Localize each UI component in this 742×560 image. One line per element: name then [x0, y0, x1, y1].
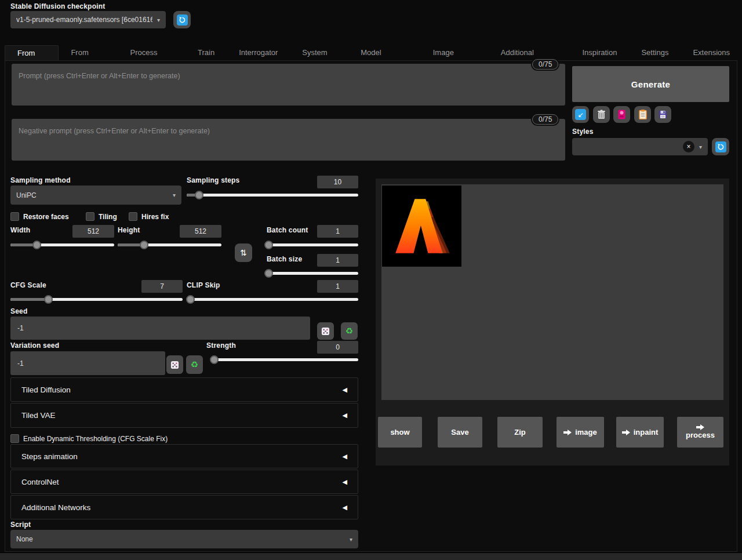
cfg-scale-slider[interactable]: [10, 295, 183, 303]
chevron-down-icon: ▾: [157, 17, 160, 23]
clip-skip-slider[interactable]: [187, 295, 358, 303]
sampling-steps-input[interactable]: [317, 176, 358, 188]
slider-track[interactable]: [211, 358, 358, 361]
tab-from-text[interactable]: From Text: [5, 45, 59, 61]
chevron-down-icon: ▾: [173, 192, 176, 198]
reuse-variation-seed-button[interactable]: ♻: [186, 355, 203, 374]
prompt-input[interactable]: [12, 64, 565, 106]
send-to-process-button[interactable]: process: [677, 417, 723, 448]
result-thumbnail[interactable]: [382, 186, 461, 267]
tiling-checkbox[interactable]: [86, 212, 94, 221]
slider-thumb[interactable]: [32, 241, 41, 249]
random-seed-button[interactable]: [317, 322, 334, 340]
button-label: Zip: [514, 428, 526, 437]
width-label: Width: [10, 226, 30, 234]
slider-thumb[interactable]: [210, 355, 219, 364]
arrow-right-icon: [696, 424, 704, 430]
tab-settings[interactable]: Settings: [629, 45, 681, 61]
tab-train[interactable]: Train: [186, 45, 227, 61]
accordion-steps-animation[interactable]: Steps animation ◀: [10, 444, 358, 468]
batch-size-slider[interactable]: [267, 269, 358, 277]
strength-slider[interactable]: [211, 355, 358, 363]
styles-clear-icon[interactable]: ×: [683, 141, 694, 152]
hires-fix-label: Hires fix: [141, 213, 169, 221]
dynamic-thresholding-checkbox[interactable]: [10, 434, 19, 443]
sampling-method-dropdown[interactable]: UniPC ▾: [10, 186, 181, 205]
send-to-image-button[interactable]: image: [556, 417, 604, 448]
clip-skip-label: CLIP Skip: [187, 281, 220, 289]
checkpoint-value: v1-5-pruned-emaonly.safetensors [6ce0161…: [16, 16, 152, 24]
tab-additional-networks[interactable]: Additional Networks: [489, 45, 570, 61]
accordion-additional-networks[interactable]: Additional Networks ◀: [10, 495, 358, 519]
slider-thumb[interactable]: [186, 295, 195, 304]
checkpoint-label: Stable Diffusion checkpoint: [10, 2, 105, 10]
slider-thumb[interactable]: [195, 191, 203, 199]
script-dropdown[interactable]: None ▾: [10, 530, 358, 548]
batch-count-input[interactable]: [317, 225, 358, 238]
slider-thumb[interactable]: [264, 269, 273, 278]
footer-strip: [0, 552, 742, 560]
tab-model-converter[interactable]: Model Converter: [348, 45, 421, 61]
generate-button[interactable]: Generate: [572, 66, 729, 102]
accordion-title: Tiled VAE: [21, 411, 56, 420]
variation-seed-input[interactable]: [10, 351, 165, 375]
batch-size-label: Batch size: [267, 255, 302, 263]
tab-interrogator[interactable]: Interrogator: [227, 45, 290, 61]
styles-dropdown[interactable]: × ▾: [572, 138, 708, 155]
swap-dimensions-button[interactable]: ⇅: [235, 243, 252, 262]
sampling-method-label: Sampling method: [10, 176, 71, 184]
tab-extensions[interactable]: Extensions: [681, 45, 742, 61]
tab-inspiration[interactable]: Inspiration: [570, 45, 629, 61]
slider-thumb[interactable]: [140, 241, 148, 249]
checkpoint-dropdown[interactable]: v1-5-pruned-emaonly.safetensors [6ce0161…: [10, 11, 166, 28]
tab-process-image[interactable]: Process Image: [118, 45, 186, 61]
random-variation-seed-button[interactable]: [166, 355, 183, 374]
strength-input[interactable]: [317, 341, 358, 354]
show-button[interactable]: show: [378, 417, 422, 448]
slider-track[interactable]: [187, 298, 358, 301]
width-slider[interactable]: [10, 241, 114, 249]
prompt-box: [12, 64, 565, 106]
restore-faces-checkbox[interactable]: [10, 212, 19, 221]
extra-networks-button[interactable]: [613, 106, 630, 123]
batch-count-slider[interactable]: [267, 241, 358, 249]
slider-track[interactable]: [187, 194, 358, 197]
sampling-steps-slider[interactable]: [187, 191, 358, 199]
accordion-controlnet[interactable]: ControlNet ◀: [10, 470, 358, 494]
strength-label: Strength: [206, 341, 236, 350]
prompt-token-counter: 0/75: [532, 59, 558, 70]
cfg-scale-input[interactable]: [141, 280, 183, 293]
tab-system-info[interactable]: System Info: [290, 45, 348, 61]
collapse-arrow-icon: ◀: [343, 478, 347, 486]
height-input[interactable]: [180, 225, 221, 238]
height-slider[interactable]: [118, 241, 221, 249]
accordion-title: Tiled Diffusion: [21, 386, 71, 394]
zip-button[interactable]: Zip: [497, 417, 543, 448]
slider-thumb[interactable]: [264, 241, 273, 249]
clear-prompt-button[interactable]: [593, 106, 610, 123]
accordion-tiled-diffusion[interactable]: Tiled Diffusion ◀: [10, 377, 358, 402]
hires-fix-checkbox[interactable]: [129, 212, 137, 221]
checkpoint-refresh-button[interactable]: [173, 11, 191, 28]
paste-params-button[interactable]: ↙: [572, 106, 589, 123]
clip-skip-input[interactable]: [317, 280, 358, 293]
save-button[interactable]: Save: [438, 417, 482, 448]
styles-refresh-button[interactable]: [712, 138, 729, 155]
send-to-inpaint-button[interactable]: inpaint: [616, 417, 664, 448]
reuse-seed-button[interactable]: ♻: [341, 322, 358, 340]
negative-prompt-input[interactable]: [12, 119, 565, 161]
tab-from-image[interactable]: From Image: [59, 45, 118, 61]
save-style-button[interactable]: [654, 106, 671, 123]
tab-image-browser[interactable]: Image Browser: [421, 45, 489, 61]
clipboard-icon: [639, 110, 647, 119]
slider-thumb[interactable]: [44, 295, 53, 304]
slider-track[interactable]: [267, 243, 358, 246]
accordion-tiled-vae[interactable]: Tiled VAE ◀: [10, 403, 358, 428]
apply-style-button[interactable]: [634, 106, 651, 123]
slider-track[interactable]: [267, 272, 358, 275]
seed-input[interactable]: [10, 317, 310, 340]
arrow-right-icon: [622, 430, 630, 435]
width-input[interactable]: [72, 225, 114, 238]
app-window: Stable Diffusion checkpoint v1-5-pruned-…: [0, 0, 742, 560]
batch-size-input[interactable]: [317, 254, 358, 267]
